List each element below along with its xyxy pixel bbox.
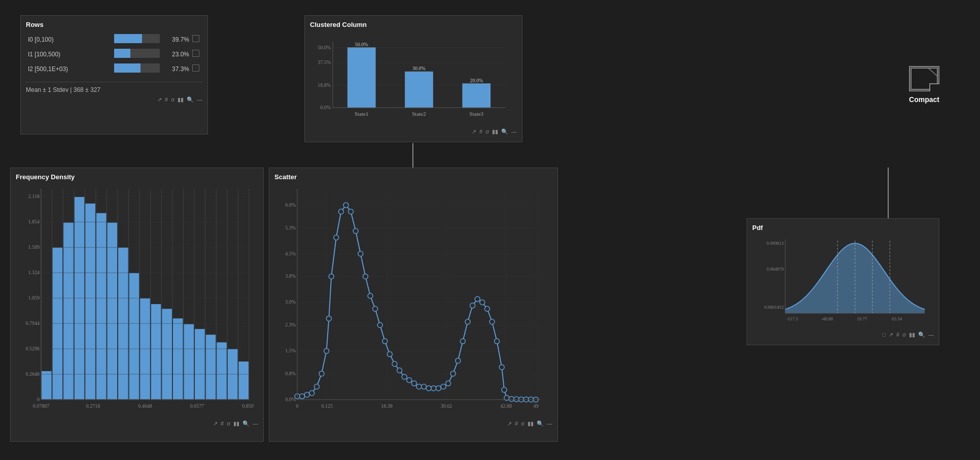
clustered-title: Clustered Column	[310, 21, 517, 28]
clustered-canvas	[310, 31, 513, 125]
compact-icon[interactable]	[909, 66, 939, 91]
mean-line: Mean ± 1 Stdev | 368 ± 327	[26, 82, 202, 93]
row-pct: 39.7%	[165, 32, 190, 46]
pdf-toolbar: □ ↗ # σ ▮▮ 🔍 —	[752, 332, 934, 338]
rows-panel: Rows I0 [0,100) 39.7% I1 [100,500) 23.0%…	[20, 15, 208, 135]
rows-table-row: I1 [100,500) 23.0%	[27, 47, 201, 61]
row-bar	[113, 32, 164, 46]
pdf-panel: Pdf □ ↗ # σ ▮▮ 🔍 —	[747, 218, 939, 345]
rows-table-row: I2 [500,1E+03) 37.3%	[27, 62, 201, 76]
row-label: I0 [0,100)	[27, 32, 112, 46]
row-bar	[113, 62, 164, 76]
row-pct: 23.0%	[165, 47, 190, 61]
row-pct: 37.3%	[165, 62, 190, 76]
freq-canvas	[16, 184, 254, 417]
row-bar	[113, 47, 164, 61]
freq-toolbar: ↗ # σ ▮▮ 🔍 —	[16, 420, 258, 427]
rows-table: I0 [0,100) 39.7% I1 [100,500) 23.0% I2 […	[26, 31, 202, 77]
rows-toolbar: ↗ # σ ▮▮ 🔍 —	[26, 96, 202, 103]
row-checkbox[interactable]	[191, 62, 201, 76]
pdf-title: Pdf	[752, 224, 934, 232]
freq-title: Frequency Density	[16, 173, 258, 181]
pdf-canvas	[752, 235, 930, 328]
compact-widget: Compact	[909, 66, 939, 104]
row-label: I2 [500,1E+03)	[27, 62, 112, 76]
svg-rect-0	[911, 68, 937, 89]
svg-line-1	[928, 68, 937, 76]
scatter-title: Scatter	[274, 173, 552, 181]
scatter-canvas	[274, 184, 548, 417]
scatter-panel: Scatter ↗ # σ ▮▮ 🔍 —	[269, 168, 558, 442]
row-label: I1 [100,500)	[27, 47, 112, 61]
rows-title: Rows	[26, 21, 202, 28]
scatter-toolbar: ↗ # σ ▮▮ 🔍 —	[274, 420, 552, 427]
freq-panel: Frequency Density ↗ # σ ▮▮ 🔍 —	[10, 168, 264, 442]
clustered-panel: Clustered Column ↗ # σ ▮▮ 🔍 —	[304, 15, 522, 142]
compact-svg	[910, 67, 938, 90]
clustered-toolbar: ↗ # σ ▮▮ 🔍 —	[310, 128, 517, 135]
row-checkbox[interactable]	[191, 32, 201, 46]
row-checkbox[interactable]	[191, 47, 201, 61]
arrow-compact-pdf	[885, 168, 891, 222]
rows-table-row: I0 [0,100) 39.7%	[27, 32, 201, 46]
compact-label: Compact	[909, 95, 939, 104]
clustered-chart-area	[310, 31, 517, 125]
